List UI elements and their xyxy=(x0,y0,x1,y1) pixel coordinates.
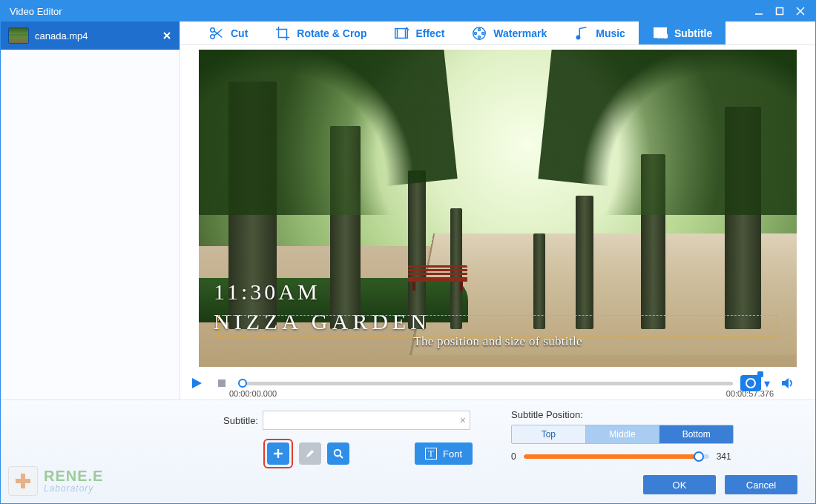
music-note-icon xyxy=(573,25,590,42)
tab-subtitle[interactable]: SUB Subtitle xyxy=(639,21,725,44)
slider-min-label: 0 xyxy=(511,451,516,462)
tab-label: Subtitle xyxy=(674,27,712,39)
svg-text:SUB: SUB xyxy=(657,33,668,38)
tab-rotate-crop[interactable]: Rotate & Crop xyxy=(261,21,380,44)
crop-icon xyxy=(274,25,291,42)
svg-point-17 xyxy=(482,32,484,34)
app-window: Video Editor canada.mp4 Cut R xyxy=(0,0,816,504)
font-t-icon: T xyxy=(425,448,437,460)
svg-marker-24 xyxy=(782,378,789,388)
subtitle-icon: SUB xyxy=(652,25,668,42)
seek-handle[interactable] xyxy=(238,379,247,388)
maximize-button[interactable] xyxy=(769,3,790,19)
edit-subtitle-button[interactable] xyxy=(299,442,321,465)
segment-bottom[interactable]: Bottom xyxy=(659,425,733,443)
tab-music[interactable]: Music xyxy=(560,21,639,44)
add-subtitle-highlight xyxy=(263,439,293,468)
file-close-button[interactable] xyxy=(162,30,172,41)
file-tab[interactable]: canada.mp4 xyxy=(1,21,180,50)
time-current: 00:00:00.000 xyxy=(229,389,277,398)
svg-point-14 xyxy=(478,28,481,30)
svg-point-18 xyxy=(576,36,579,39)
minimize-button[interactable] xyxy=(748,3,769,19)
snapshot-button[interactable] xyxy=(740,375,761,391)
file-sidebar: canada.mp4 xyxy=(1,21,180,399)
svg-marker-22 xyxy=(192,378,202,388)
tab-label: Rotate & Crop xyxy=(297,27,366,39)
slider-handle[interactable] xyxy=(694,451,704,462)
cancel-button[interactable]: Cancel xyxy=(725,475,797,494)
subtitle-panel: RENE.E Laboratory Subtitle: × T xyxy=(1,399,815,503)
subtitle-label: Subtitle: xyxy=(223,415,258,426)
window-title: Video Editor xyxy=(10,6,748,17)
subtitle-sample-text: The position and size of subtitle xyxy=(413,334,582,349)
segment-top[interactable]: Top xyxy=(512,425,585,443)
font-button-label: Font xyxy=(443,448,462,460)
filmstrip-icon xyxy=(393,25,409,42)
time-readout: 00:00:00.000 00:00:57.376 xyxy=(180,389,815,399)
segment-middle[interactable]: Middle xyxy=(585,425,659,443)
tab-label: Music xyxy=(596,27,625,39)
ok-button[interactable]: OK xyxy=(643,475,716,494)
tab-label: Cut xyxy=(231,27,248,39)
file-name: canada.mp4 xyxy=(35,30,156,42)
svg-line-28 xyxy=(340,455,343,458)
film-reel-icon xyxy=(471,25,487,42)
svg-point-27 xyxy=(335,450,340,456)
slider-value-label: 341 xyxy=(717,451,731,462)
titlebar: Video Editor xyxy=(1,1,815,21)
tab-watermark[interactable]: Watermark xyxy=(458,21,560,44)
file-thumbnail xyxy=(8,27,29,44)
position-segmented: Top Middle Bottom xyxy=(511,425,734,444)
position-label: Subtitle Position: xyxy=(511,409,797,420)
toolbar: Cut Rotate & Crop Effect Watermark Music xyxy=(180,21,815,45)
video-preview[interactable]: 11:30AM NIZZA GARDEN The position and si… xyxy=(199,50,797,367)
seek-bar[interactable] xyxy=(238,377,733,390)
subtitle-input[interactable] xyxy=(263,411,470,430)
svg-point-15 xyxy=(478,36,481,38)
tab-cut[interactable]: Cut xyxy=(195,21,261,44)
font-button[interactable]: T Font xyxy=(415,442,473,465)
svg-rect-23 xyxy=(218,379,226,387)
search-subtitle-button[interactable] xyxy=(327,442,349,465)
close-button[interactable] xyxy=(790,3,811,19)
add-subtitle-button[interactable] xyxy=(267,442,289,465)
main-area: Cut Rotate & Crop Effect Watermark Music xyxy=(180,21,815,399)
overlay-place-text: NIZZA GARDEN xyxy=(214,309,431,334)
svg-rect-1 xyxy=(777,8,783,15)
bench-graphic xyxy=(408,265,467,291)
tab-label: Watermark xyxy=(493,27,547,39)
tab-effect[interactable]: Effect xyxy=(380,21,458,44)
svg-point-16 xyxy=(475,32,477,34)
overlay-time-text: 11:30AM xyxy=(214,279,320,305)
scissors-icon xyxy=(208,25,225,42)
clear-input-icon[interactable]: × xyxy=(460,414,466,426)
tab-label: Effect xyxy=(415,27,444,39)
position-slider[interactable] xyxy=(524,454,709,459)
